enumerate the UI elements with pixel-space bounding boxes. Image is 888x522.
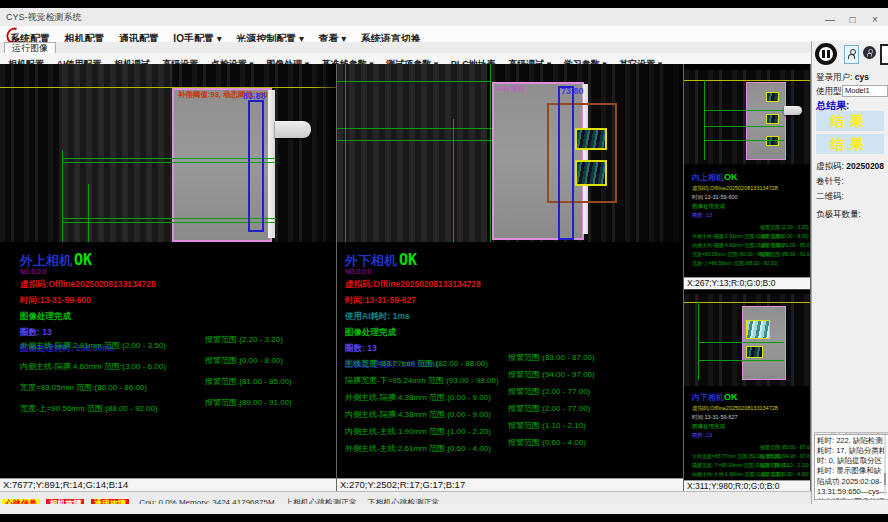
process-done-line: 图像处理完成 <box>692 203 783 210</box>
barcode-label: 虚拟码: <box>816 161 844 171</box>
alarm-range-text: 报警范围:(89.00 - 91.00) <box>205 397 292 408</box>
electrode-tab-detect-rect <box>746 320 770 339</box>
measurement-row: 外侧主线-主线:2.61mm 范围:(0.60 - 4.00)报警范围:(0.6… <box>345 437 683 454</box>
measurement-text: 宽度-上=90.56mm 范围:(88.00 - 92.00) <box>692 260 778 266</box>
camera-name: 内下相机 <box>692 393 724 402</box>
measurement-row: 主线宽度=83.77mm 范围:(82.00 - 88.00)报警范围:(83.… <box>345 352 683 369</box>
operator-button[interactable] <box>863 46 876 59</box>
green-measure-line-v <box>490 64 491 242</box>
pause-button[interactable] <box>815 43 837 65</box>
alarm-range-text: 报警范围:(1.10 - 2.10) <box>760 462 809 468</box>
qr-label: 二维码: <box>816 191 844 201</box>
measurement-text: 隔膜宽度-下=95.24mm 范围:(93.00 - 98.00) <box>345 376 499 385</box>
pixel-coordinate-status: X:7677;Y:891;R:14;G:14;B:14 <box>0 478 336 491</box>
barcode-line: 虚拟码:Offline20250208133134728 <box>20 279 156 291</box>
measurement-row: 主线宽度=83.77mm 范围:(82.00 - 88.00)报警范围:(83.… <box>692 444 788 453</box>
ng-count-line: NG:0;0;0 <box>20 268 156 275</box>
green-measure-line <box>698 342 784 343</box>
turns-line: 圈数: 13 <box>692 212 783 219</box>
camera-image-inner-bottom[interactable] <box>684 294 810 386</box>
result-box-2: 结果 <box>816 134 884 154</box>
measurement-list: 外侧主线-隔膜:2.91mm 范围:(2.00 - 3.50)报警范围:(2.2… <box>20 334 336 418</box>
green-measure-line-v <box>698 302 699 380</box>
minimize-button[interactable]: — <box>821 14 839 25</box>
alarm-range-text: 报警范围:(2.00 - 77.00) <box>508 386 590 397</box>
ng-count-line: NG:0;0;0 <box>345 268 481 275</box>
green-measure-line <box>704 140 784 141</box>
measurement-row: 隔膜宽度-下=95.24mm 范围:(93.00 - 98.00)报警范围:(9… <box>692 453 788 462</box>
electrode-tab-shape <box>275 121 311 138</box>
app-window: CYS-视觉检测系统 — □ × 系统配置 相机配置 通讯配置 IO手配置 ▾ … <box>0 0 888 522</box>
log-scrollbar[interactable] <box>884 435 886 495</box>
alarm-range-text: 报警范围:(0.00 - 8.00) <box>205 355 283 366</box>
measurement-row: 宽度-上=90.56mm 范围:(88.00 - 92.00)报警范围:(89.… <box>692 251 783 260</box>
anode-tab-count-label: 负极耳数量: <box>816 209 861 219</box>
yellow-baseline <box>684 80 810 81</box>
green-measure-line <box>337 81 492 82</box>
turns-line: 圈数: 13 <box>692 432 788 439</box>
result-box-1: 结果 <box>816 111 884 131</box>
electrode-tab-detect-rect <box>746 346 763 358</box>
green-measure-line <box>62 222 276 223</box>
camera-panel-outer-top: 补偿阈值:93, 动态阈值:100 83.88 外上相机OK NG:0;0;0 … <box>0 64 337 491</box>
pixel-coordinate-status: X:270;Y:2502;R:17;G:17;B:17 <box>337 478 683 491</box>
user-login-button[interactable] <box>844 45 859 64</box>
alarm-range-text: 报警范围:(2.00 - 77.00) <box>508 403 590 414</box>
camera-image-inner-top[interactable] <box>684 70 810 164</box>
separator-film-roi-rect <box>742 306 786 380</box>
login-user-label: 登录用户: <box>816 72 852 82</box>
ai-time-line: 使用AI耗时: 1ms <box>345 311 481 323</box>
green-measure-line <box>704 126 784 127</box>
result-ok-text: OK <box>399 251 417 269</box>
green-measure-line-v <box>88 184 89 242</box>
login-user-value: cys <box>855 72 869 82</box>
alarm-range-text: 报警范围:(94.00 - 97.00) <box>508 369 595 380</box>
camera-panel-inner-bottom: 内下相机OK 虚拟码:Offline20250208133134728 时间:1… <box>684 289 811 492</box>
alarm-range-text: 报警范围:(81.00 - 85.00) <box>205 376 292 387</box>
operator-icon <box>867 49 873 57</box>
electrode-tab-shape <box>784 106 802 115</box>
model-value-box[interactable]: Model1 <box>842 85 888 97</box>
camera-title: 外下相机OK <box>345 254 481 267</box>
measurement-row: 内侧主线-隔膜:4.38mm 范围:(0.00 - 9.00)报警范围:(2.0… <box>345 403 683 420</box>
camera-panel-outer-bottom: AI检测框 73.80 外下相机OK NG:0;0;0 虚拟码:Offline2… <box>337 64 684 491</box>
log-text-area[interactable]: 耗时: 222, 缺陷检测耗时: 17, 缺陷分类耗时: 0, 缺陷提取分区耗时… <box>814 434 888 500</box>
window-title: CYS-视觉检测系统 <box>6 11 82 24</box>
barcode-row: 虚拟码: 20250208 <box>816 161 884 173</box>
barcode-line: 虚拟码:Offline20250208133134728 <box>692 405 788 412</box>
green-measure-line <box>62 218 276 219</box>
exit-button[interactable] <box>880 44 888 65</box>
camera-image-outer-bottom[interactable]: AI检测框 73.80 <box>337 64 683 242</box>
measurement-text: 宽度=83.05mm 范围:(80.00 - 86.00) <box>20 383 147 392</box>
machine-band <box>337 64 487 242</box>
measurement-row: 宽度-上=90.56mm 范围:(88.00 - 92.00)报警范围:(89.… <box>20 397 336 418</box>
image-shade <box>312 64 336 242</box>
electrode-tab-detect-rect <box>766 92 779 102</box>
green-measure-line <box>337 128 492 129</box>
alarm-range-text: 报警范围:(0.00 - 8.00) <box>760 233 809 239</box>
camera-result-block: 内上相机OK 虚拟码:Offline20250208133134728 时间:1… <box>692 172 783 260</box>
camera-image-outer-top[interactable]: 补偿阈值:93, 动态阈值:100 83.88 <box>0 64 336 242</box>
green-measure-line <box>62 158 276 159</box>
anode-tab-count-row: 负极耳数量: <box>816 209 861 221</box>
tab-run-image[interactable]: 运行图像 <box>4 42 56 53</box>
measurement-text: 内侧主线-主线:1.90mm 范围:(1.00 - 2.20) <box>345 427 491 436</box>
maximize-button[interactable]: □ <box>844 14 862 25</box>
measurement-list: 主线宽度=83.77mm 范围:(82.00 - 88.00)报警范围:(83.… <box>345 352 683 454</box>
alarm-range-text: 报警范围:(83.00 - 87.00) <box>508 352 595 363</box>
pin-row: 卷针号: <box>816 176 844 188</box>
green-measure-line <box>704 110 784 111</box>
electrode-tab-detect-rect-2 <box>575 160 607 186</box>
process-done-line: 图像处理完成 <box>345 327 481 339</box>
close-button[interactable]: × <box>866 14 884 25</box>
alarm-range-text: 报警范围:(89.00 - 91.00) <box>760 251 811 257</box>
ai-detect-frame-label: AI检测框 <box>496 84 526 94</box>
film-bright-edge <box>268 90 275 238</box>
time-line: 时间:13-31-59-627 <box>692 414 788 421</box>
alarm-range-text: 报警范围:(0.60 - 4.00) <box>760 471 809 477</box>
electrode-tab-detect-rect-1 <box>575 128 607 150</box>
yellow-baseline <box>0 87 336 88</box>
bottom-status-bar: 心跳信号 相机故障 通讯故障 Cpu: 0.0% Memory: 3424.41… <box>0 491 811 505</box>
camera-title: 内下相机OK <box>692 392 788 403</box>
camera-name: 内上相机 <box>692 173 724 182</box>
